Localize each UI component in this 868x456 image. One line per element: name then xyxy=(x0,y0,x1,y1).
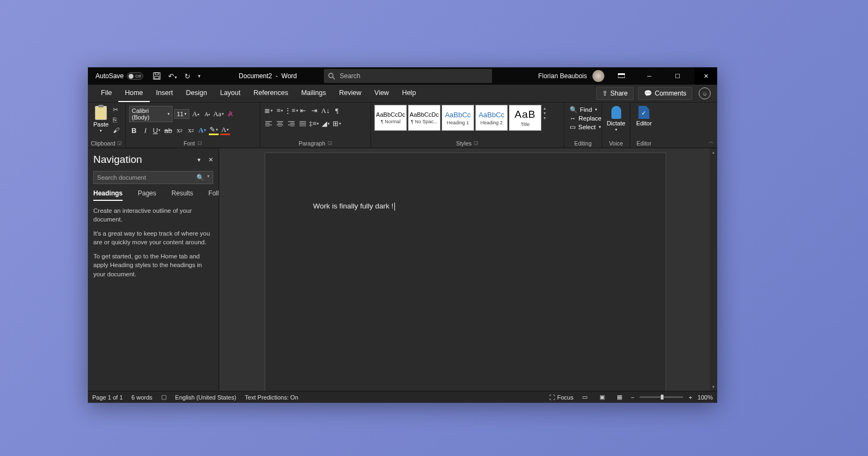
zoom-slider[interactable] xyxy=(640,396,683,398)
select-button[interactable]: ▭Select▾ xyxy=(570,123,602,131)
highlight-icon[interactable]: ✎▾ xyxy=(209,125,219,135)
share-button[interactable]: ⇪Share xyxy=(596,87,634,100)
editor-button[interactable]: Editor xyxy=(634,105,654,128)
subscript-icon[interactable]: x2 xyxy=(175,125,184,135)
text-effects-icon[interactable]: A▾ xyxy=(197,125,207,135)
replace-button[interactable]: ↔Replace xyxy=(570,115,602,122)
style-heading-1[interactable]: AaBbCcHeading 1 xyxy=(442,105,474,131)
increase-indent-icon[interactable]: ⇥ xyxy=(309,106,319,116)
undo-icon[interactable]: ↶▾ xyxy=(168,72,177,80)
nav-tab-pages[interactable]: Pages xyxy=(138,189,156,201)
bold-icon[interactable]: B xyxy=(129,125,139,135)
strike-icon[interactable]: ab xyxy=(163,125,173,135)
style---normal[interactable]: AaBbCcDc¶ Normal xyxy=(374,105,407,131)
tab-layout[interactable]: Layout xyxy=(214,85,247,102)
autosave-toggle[interactable]: AutoSave Off xyxy=(88,72,148,80)
qat-customize-icon[interactable]: ▾ xyxy=(198,73,201,79)
focus-mode-button[interactable]: ⛶Focus xyxy=(549,394,573,401)
cut-icon[interactable]: ✂ xyxy=(113,106,119,113)
italic-icon[interactable]: I xyxy=(141,125,150,135)
zoom-in-button[interactable]: + xyxy=(688,394,692,401)
styles-scroll[interactable]: ▴▾▾ xyxy=(544,105,551,122)
minimize-button[interactable]: ─ xyxy=(638,67,661,85)
font-dialog-launcher[interactable]: ◲ xyxy=(197,140,202,147)
decrease-indent-icon[interactable]: ⇤ xyxy=(298,106,308,116)
tab-review[interactable]: Review xyxy=(333,85,368,102)
collapse-ribbon-icon[interactable]: ︿ xyxy=(709,138,714,145)
svg-rect-2 xyxy=(155,77,159,79)
document-area[interactable]: Work is finally fully dark ! ▴▾ xyxy=(219,148,717,391)
show-marks-icon[interactable]: ¶ xyxy=(332,106,342,116)
read-mode-icon[interactable]: ▭ xyxy=(579,393,591,402)
group-font: Calibri (Body)▾ 11▾ A▴ A▾ Aa▾ A̷ B I U▾ … xyxy=(126,103,260,148)
maximize-button[interactable]: ☐ xyxy=(666,67,689,85)
styles-dialog-launcher[interactable]: ◲ xyxy=(474,140,478,147)
tab-mailings[interactable]: Mailings xyxy=(295,85,333,102)
ribbon-display-icon[interactable] xyxy=(610,67,633,85)
feedback-icon[interactable]: ☺ xyxy=(699,87,711,99)
font-color-icon[interactable]: A▾ xyxy=(220,125,230,135)
nav-options-icon[interactable]: ▾ xyxy=(197,156,201,163)
status-page[interactable]: Page 1 of 1 xyxy=(92,394,123,401)
shading-icon[interactable]: ◢▾ xyxy=(321,119,330,129)
line-spacing-icon[interactable]: ‡≡▾ xyxy=(309,119,319,129)
superscript-icon[interactable]: x2 xyxy=(186,125,196,135)
status-words[interactable]: 6 words xyxy=(131,394,152,401)
align-right-icon[interactable] xyxy=(286,119,296,129)
svg-line-4 xyxy=(333,77,335,79)
nav-close-icon[interactable]: ✕ xyxy=(208,156,213,163)
tab-references[interactable]: References xyxy=(247,85,295,102)
nav-tab-results[interactable]: Results xyxy=(171,189,193,201)
change-case-icon[interactable]: Aa▾ xyxy=(214,109,224,119)
sort-icon[interactable]: A↓ xyxy=(321,106,330,116)
print-layout-icon[interactable]: ▣ xyxy=(596,393,608,402)
avatar[interactable] xyxy=(592,70,604,82)
find-button[interactable]: 🔍Find▾ xyxy=(570,106,602,113)
tab-file[interactable]: File xyxy=(94,85,118,102)
tab-design[interactable]: Design xyxy=(180,85,214,102)
spellcheck-icon[interactable]: ▢ xyxy=(161,394,167,401)
multilevel-icon[interactable]: ⋮≡▾ xyxy=(286,106,296,116)
paragraph-dialog-launcher[interactable]: ◲ xyxy=(328,140,333,147)
paste-button[interactable]: Paste ▾ xyxy=(91,105,111,134)
borders-icon[interactable]: ⊞▾ xyxy=(332,119,342,129)
style-title[interactable]: AaBTitle xyxy=(509,105,541,131)
font-name-select[interactable]: Calibri (Body)▾ xyxy=(129,106,173,122)
underline-icon[interactable]: U▾ xyxy=(152,125,162,135)
zoom-out-button[interactable]: − xyxy=(631,394,634,401)
justify-icon[interactable] xyxy=(298,119,308,129)
clear-format-icon[interactable]: A̷ xyxy=(225,109,235,119)
clipboard-dialog-launcher[interactable]: ◲ xyxy=(117,140,122,147)
grow-font-icon[interactable]: A▴ xyxy=(191,109,201,119)
vertical-scrollbar[interactable]: ▴▾ xyxy=(710,148,717,391)
align-center-icon[interactable] xyxy=(275,119,285,129)
style-heading-2[interactable]: AaBbCcHeading 2 xyxy=(475,105,508,131)
close-button[interactable]: ✕ xyxy=(694,67,717,85)
copy-icon[interactable]: ⎘ xyxy=(113,116,119,124)
tab-home[interactable]: Home xyxy=(118,85,149,102)
dictate-button[interactable]: Dictate ▾ xyxy=(604,105,627,133)
status-language[interactable]: English (United States) xyxy=(175,394,237,401)
nav-tab-headings[interactable]: Headings xyxy=(93,189,123,201)
save-icon[interactable] xyxy=(153,72,161,80)
svg-point-3 xyxy=(329,73,333,78)
page[interactable]: Work is finally fully dark ! xyxy=(265,153,666,391)
tab-view[interactable]: View xyxy=(368,85,395,102)
comments-button[interactable]: 💬Comments xyxy=(638,87,692,100)
font-size-select[interactable]: 11▾ xyxy=(174,109,189,119)
tab-help[interactable]: Help xyxy=(395,85,423,102)
web-layout-icon[interactable]: ▦ xyxy=(614,393,626,402)
align-left-icon[interactable] xyxy=(264,119,273,129)
format-painter-icon[interactable]: 🖌 xyxy=(113,126,119,134)
status-predictions[interactable]: Text Predictions: On xyxy=(245,394,298,401)
nav-search-input[interactable]: Search document 🔍▾ xyxy=(93,171,213,184)
toggle-switch[interactable]: Off xyxy=(127,72,143,80)
style---no-spac---[interactable]: AaBbCcDc¶ No Spac... xyxy=(408,105,441,131)
search-input[interactable]: Search xyxy=(324,69,492,83)
zoom-level[interactable]: 100% xyxy=(698,394,713,401)
bullets-icon[interactable]: ≣▾ xyxy=(264,106,273,116)
redo-icon[interactable]: ↻ xyxy=(184,72,190,80)
tab-insert[interactable]: Insert xyxy=(150,85,180,102)
numbering-icon[interactable]: ≡▾ xyxy=(275,106,285,116)
shrink-font-icon[interactable]: A▾ xyxy=(202,109,212,119)
